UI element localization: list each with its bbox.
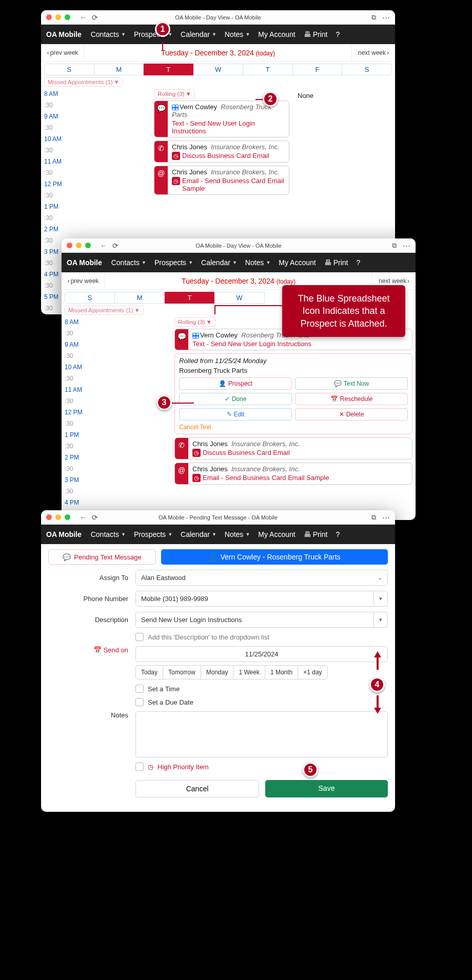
menu-notes[interactable]: Notes▼ [222, 528, 253, 541]
menu-contacts[interactable]: Contacts▼ [88, 28, 129, 41]
done-button[interactable]: ✓ Done [179, 393, 292, 405]
dow-wed[interactable]: W [193, 64, 243, 75]
extensions-icon[interactable]: ⧉ [392, 242, 397, 250]
zoom-icon[interactable] [65, 14, 70, 20]
rolling-dropdown[interactable]: Rolling (3) ▼ [154, 89, 195, 98]
time-slot[interactable]: :30 [62, 464, 90, 475]
description-input[interactable]: Send New User Login Instructions [135, 612, 373, 628]
time-slot[interactable]: 10 AM [41, 134, 69, 145]
menu-contacts[interactable]: Contacts▼ [108, 256, 149, 269]
description-dropdown[interactable]: ▾ [373, 612, 388, 628]
time-slot[interactable]: :30 [62, 328, 90, 339]
dow-sun[interactable]: S [65, 292, 115, 304]
delete-button[interactable]: ✕ Delete [295, 408, 408, 421]
text-now-button[interactable]: 💬 Text Now [295, 377, 408, 390]
next-week-button[interactable]: next week › [351, 44, 395, 61]
dow-thu[interactable]: T [243, 64, 293, 75]
time-slot[interactable]: 10 AM [62, 362, 90, 373]
zoom-icon[interactable] [85, 243, 91, 248]
dow-wed[interactable]: W [214, 292, 264, 304]
time-slot[interactable]: 4 PM [62, 497, 90, 509]
menu-print[interactable]: 🖶 Print [301, 28, 331, 41]
time-slot[interactable]: :30 [62, 486, 90, 497]
phone-dropdown[interactable]: ▾ [373, 591, 388, 607]
time-slot[interactable]: 2 PM [41, 224, 69, 235]
time-slot[interactable]: 8 AM [62, 317, 90, 328]
dow-fri[interactable]: F [293, 64, 343, 75]
time-slot[interactable]: :30 [62, 351, 90, 362]
prev-week-button[interactable]: ‹ prev week [41, 44, 85, 61]
notes-textarea[interactable] [135, 711, 388, 757]
back-icon[interactable]: ← [100, 242, 107, 250]
brand[interactable]: OA Mobile [46, 30, 82, 38]
dow-sun[interactable]: S [44, 64, 94, 75]
prev-week-button[interactable]: ‹ prev week [62, 272, 105, 289]
prospect-banner[interactable]: 👤 Vern Cowley - Rosenberg Truck Parts [161, 549, 388, 565]
edit-button[interactable]: ✎ Edit [179, 408, 292, 421]
refresh-icon[interactable]: ⟳ [92, 13, 98, 22]
dow-mon[interactable]: M [115, 292, 165, 304]
time-slot[interactable]: :30 [41, 123, 69, 134]
phone-input[interactable]: Mobile (301) 989-9989 [135, 591, 373, 607]
time-slot[interactable]: :30 [41, 213, 69, 224]
time-slot[interactable]: :30 [41, 168, 69, 179]
time-slot[interactable]: :30 [62, 441, 90, 452]
menu-calendar[interactable]: Calendar▼ [178, 28, 220, 41]
minimize-icon[interactable] [55, 514, 61, 520]
cancel-text-link[interactable]: Cancel Text [179, 424, 408, 431]
menu-prospects[interactable]: Prospects▼ [151, 256, 196, 269]
dow-sat[interactable]: S [342, 64, 392, 75]
time-slot[interactable]: 9 AM [41, 111, 69, 123]
dow-mon[interactable]: M [94, 64, 144, 75]
pending-text-button[interactable]: 💬 Pending Text Message [48, 549, 156, 565]
time-slot[interactable]: 8 AM [41, 89, 69, 100]
high-priority-checkbox[interactable]: ◷ High Priority Item [135, 763, 388, 771]
event-call[interactable]: ✆ Chris Jones Insurance Brokers, Inc. ◷D… [174, 437, 412, 459]
brand[interactable]: OA Mobile [46, 530, 82, 538]
back-icon[interactable]: ← [80, 13, 87, 22]
save-button[interactable]: Save [265, 780, 388, 797]
send-on-date[interactable]: 11/25/2024 [135, 646, 388, 662]
time-slot[interactable]: :30 [41, 190, 69, 202]
menu-help[interactable]: ? [353, 256, 363, 269]
event-call[interactable]: ✆ Chris Jones Insurance Brokers, Inc. ◷D… [154, 141, 289, 163]
zoom-icon[interactable] [65, 514, 70, 520]
time-slot[interactable]: 1 PM [62, 430, 90, 441]
assign-to-select[interactable]: Alan Eastwood⌄ [135, 570, 388, 586]
refresh-icon[interactable]: ⟳ [92, 513, 98, 522]
minimize-icon[interactable] [55, 14, 61, 20]
event-email[interactable]: @ Chris Jones Insurance Brokers, Inc. ◷E… [154, 166, 289, 195]
time-slot[interactable]: 2 PM [62, 452, 90, 464]
close-icon[interactable] [46, 514, 52, 520]
extensions-icon[interactable]: ⧉ [371, 513, 376, 522]
time-slot[interactable]: 9 AM [62, 339, 90, 351]
menu-myaccount[interactable]: My Account [276, 256, 319, 269]
dow-tue[interactable]: T [144, 64, 193, 75]
menu-calendar[interactable]: Calendar▼ [178, 528, 220, 541]
date-monday[interactable]: Monday [201, 665, 233, 679]
time-slot[interactable]: :30 [41, 100, 69, 111]
set-due-date-checkbox[interactable]: Set a Due Date [135, 698, 388, 706]
time-slot[interactable]: 12 PM [41, 179, 69, 190]
more-icon[interactable]: ⋯ [382, 513, 390, 522]
brand[interactable]: OA Mobile [67, 258, 102, 267]
menu-notes[interactable]: Notes▼ [242, 256, 274, 269]
minimize-icon[interactable] [76, 243, 82, 248]
back-icon[interactable]: ← [80, 513, 87, 522]
add-description-checkbox[interactable]: Add this 'Description' to the dropdown l… [135, 633, 388, 641]
close-icon[interactable] [46, 14, 52, 20]
time-slot[interactable]: 11 AM [41, 156, 69, 168]
menu-prospects[interactable]: Prospects▼ [131, 528, 175, 541]
date-today[interactable]: Today [135, 665, 163, 679]
menu-print[interactable]: 🖶 Print [301, 528, 331, 541]
date-plus1day[interactable]: +1 day [298, 665, 327, 679]
time-slot[interactable]: :30 [41, 145, 69, 156]
prospect-button[interactable]: 👤 Prospect [179, 377, 292, 390]
missed-appointments[interactable]: Missed Appointments (1) ▼ [65, 306, 144, 315]
menu-contacts[interactable]: Contacts▼ [88, 528, 129, 541]
time-slot[interactable]: :30 [62, 396, 90, 407]
set-time-checkbox[interactable]: Set a Time [135, 685, 388, 693]
more-icon[interactable]: ⋯ [382, 13, 390, 22]
refresh-icon[interactable]: ⟳ [112, 242, 119, 250]
time-slot[interactable]: 1 PM [41, 202, 69, 213]
